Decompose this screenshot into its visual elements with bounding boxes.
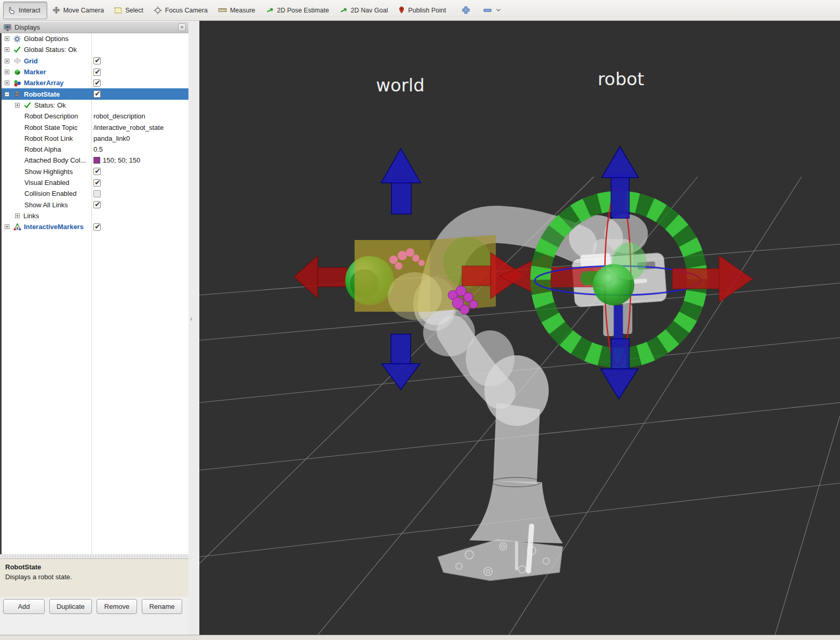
x-right-arrow[interactable] (462, 266, 491, 286)
interactive-markers-icon (13, 223, 21, 231)
tool-label: 2D Pose Estimate (277, 7, 329, 14)
tool-publish-point[interactable]: Publish Point (393, 2, 451, 19)
tree-row-robot-state[interactable]: RobotState (2, 88, 188, 99)
expand-plus-icon[interactable] (5, 224, 9, 229)
tool-2d-pose-estimate[interactable]: 2D Pose Estimate (261, 2, 334, 19)
collision-enabled-checkbox[interactable] (93, 190, 101, 197)
collapse-minus-icon[interactable] (5, 92, 9, 97)
duplicate-button[interactable]: Duplicate (49, 599, 92, 614)
color-swatch[interactable] (93, 157, 100, 164)
green-arrow-icon (340, 6, 348, 14)
property-label: Visual Enabled (24, 179, 70, 186)
tree-row-visual-enabled[interactable]: Visual Enabled (2, 177, 188, 188)
robot-state-enabled-checkbox[interactable] (93, 90, 101, 98)
z-up-arrow[interactable] (391, 181, 411, 214)
row-label: InteractiveMarkers (24, 223, 84, 231)
tree-row-collision-enabled[interactable]: Collision Enabled (2, 188, 188, 199)
interactive-marker-robot[interactable] (499, 146, 753, 399)
tree-row-global-status[interactable]: Global Status: Ok (2, 44, 188, 55)
render-viewport[interactable]: world robot (199, 21, 840, 635)
show-all-links-checkbox[interactable] (93, 201, 101, 208)
row-label: RobotState (24, 90, 60, 98)
tool-move-camera[interactable]: Move Camera (47, 2, 110, 19)
tree-row-attached-body-color[interactable]: Attached Body Col... 150; 50; 150 (2, 155, 188, 166)
tree-row-interactive-markers[interactable]: InteractiveMarkers (2, 221, 188, 232)
row-label: Marker (24, 68, 46, 76)
property-label: Show All Links (24, 201, 68, 209)
displays-panel-titlebar[interactable]: Displays × (0, 22, 188, 33)
tree-row-links[interactable]: Links (2, 210, 188, 221)
tree-row-status[interactable]: Status: Ok (2, 100, 188, 111)
expand-plus-icon[interactable] (5, 70, 9, 74)
tool-label: 2D Nav Goal (351, 7, 388, 14)
expand-plus-icon[interactable] (15, 103, 20, 108)
grid-icon (13, 57, 21, 65)
tool-label: Focus Camera (165, 7, 208, 14)
panel-buttons: Add Duplicate Remove Rename (0, 599, 188, 614)
panel-splitter[interactable]: ‹ (188, 21, 199, 635)
property-value[interactable]: 0.5 (93, 145, 103, 153)
tool-measure[interactable]: Measure (213, 2, 261, 19)
tool-select[interactable]: Select (109, 2, 148, 19)
frame-label-world: world (376, 75, 425, 96)
row-label: Grid (24, 57, 38, 65)
rename-button[interactable]: Rename (142, 599, 182, 614)
property-value[interactable]: panda_link0 (93, 135, 130, 142)
marker-array-enabled-checkbox[interactable] (93, 79, 101, 87)
property-value[interactable]: robot_description (93, 112, 145, 120)
row-label: Global Status: Ok (24, 46, 77, 54)
remove-button[interactable]: Remove (97, 599, 137, 614)
row-label: MarkerArray (24, 79, 64, 87)
z-down-arrow[interactable] (611, 339, 629, 370)
tree-row-grid[interactable]: Grid (2, 56, 188, 66)
property-label: Robot State Topic (24, 124, 77, 131)
interactive-markers-enabled-checkbox[interactable] (93, 223, 101, 231)
tree-row-robot-description[interactable]: Robot Description robot_description (2, 111, 188, 122)
x-left-arrow[interactable] (294, 256, 318, 298)
tree-row-robot-root-link[interactable]: Robot Root Link panda_link0 (2, 133, 188, 144)
status-bar (0, 635, 840, 640)
property-value[interactable]: 150; 50; 150 (103, 156, 140, 164)
expand-plus-icon[interactable] (5, 36, 9, 41)
remove-tool-button[interactable] (477, 2, 507, 19)
gripper-finger (622, 304, 632, 334)
z-down-arrow[interactable] (391, 334, 411, 364)
expand-plus-icon[interactable] (5, 59, 9, 63)
visual-enabled-checkbox[interactable] (93, 179, 101, 186)
marker-array-icon (13, 79, 21, 87)
panel-horizontal-splitter[interactable] (0, 554, 188, 558)
collapse-panel-icon[interactable]: ‹ (190, 314, 193, 323)
tree-row-robot-alpha[interactable]: Robot Alpha 0.5 (2, 144, 188, 155)
tool-label: Select (125, 7, 143, 14)
show-highlights-checkbox[interactable] (93, 168, 101, 175)
minus-icon (483, 6, 492, 15)
marker-enabled-checkbox[interactable] (93, 69, 101, 76)
tree-row-robot-state-topic[interactable]: Robot State Topic /interactive_robot_sta… (2, 122, 188, 132)
tree-row-marker[interactable]: Marker (2, 66, 188, 77)
add-tool-button[interactable] (455, 2, 477, 19)
tree-row-show-all-links[interactable]: Show All Links (2, 199, 188, 210)
robot-base-plate (438, 539, 563, 581)
expand-plus-icon[interactable] (15, 214, 20, 218)
property-value[interactable]: /interactive_robot_state (93, 124, 164, 131)
tool-focus-camera[interactable]: Focus Camera (148, 2, 213, 19)
add-button[interactable]: Add (3, 599, 45, 614)
expand-plus-icon[interactable] (5, 47, 9, 52)
close-icon[interactable]: × (178, 23, 186, 31)
tree-row-global-options[interactable]: Global Options (2, 33, 188, 44)
tool-interact[interactable]: Interact (3, 2, 47, 19)
property-label: Robot Description (24, 112, 78, 120)
green-arrow-icon (266, 6, 274, 14)
tool-2d-nav-goal[interactable]: 2D Nav Goal (334, 2, 394, 19)
z-up-arrow[interactable] (611, 174, 629, 218)
tool-label: Interact (19, 7, 40, 14)
expand-plus-icon[interactable] (5, 81, 9, 85)
scene-3d[interactable]: world robot (199, 21, 840, 635)
check-icon (13, 46, 21, 54)
description-text: Displays a robot state. (5, 573, 183, 581)
panel-title-label: Displays (15, 23, 40, 31)
x-right-arrow[interactable] (672, 269, 720, 289)
tree-row-show-highlights[interactable]: Show Highlights (2, 166, 188, 177)
tree-row-marker-array[interactable]: MarkerArray (2, 77, 188, 88)
grid-enabled-checkbox[interactable] (93, 57, 101, 64)
